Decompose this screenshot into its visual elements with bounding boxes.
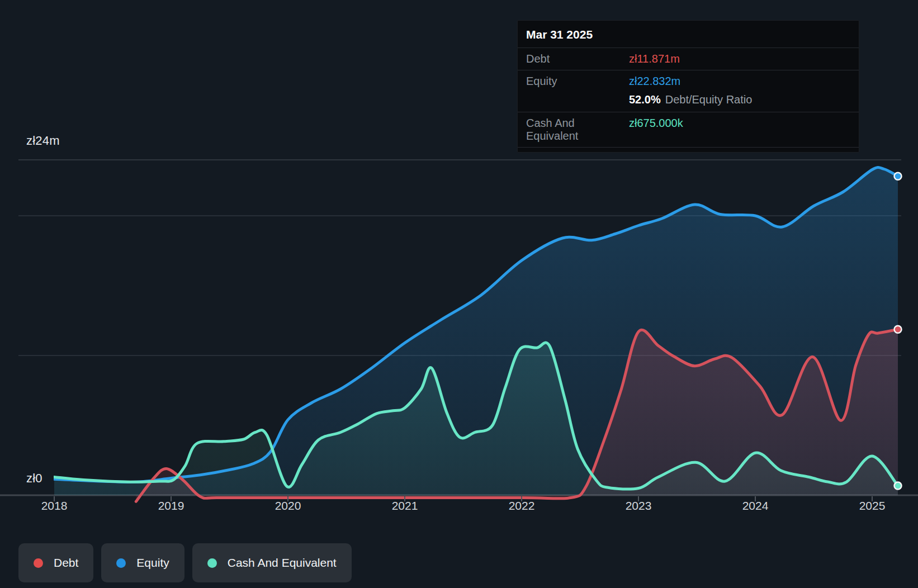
x-axis-label-2020: 2020 [275, 499, 301, 512]
tooltip-cash-value: zł675.000k [629, 117, 683, 130]
x-axis-label-2019: 2019 [158, 499, 184, 512]
tooltip-row-equity: Equity zł22.832m [518, 70, 859, 92]
cash-and-equivalent-end-marker[interactable] [895, 482, 902, 490]
tooltip-ratio-value: 52.0% [629, 93, 661, 106]
page: { "axis": { "y_top_label": "zł24m", "y_z… [0, 0, 918, 588]
equity-end-marker[interactable] [895, 173, 902, 180]
tooltip-debt-value: zł11.871m [629, 53, 680, 65]
plot-area [54, 168, 898, 502]
chart-legend: Debt Equity Cash And Equivalent [18, 543, 352, 582]
legend-debt-label: Debt [54, 556, 78, 570]
x-axis-label-2023: 2023 [626, 499, 652, 512]
tooltip-equity-value: zł22.832m [629, 75, 680, 88]
tooltip-row-debt: Debt zł11.871m [518, 48, 859, 70]
tooltip-equity-label: Equity [526, 75, 629, 88]
cash-dot-icon [207, 558, 217, 568]
legend-item-equity[interactable]: Equity [101, 543, 184, 582]
legend-cash-label: Cash And Equivalent [228, 556, 337, 570]
tooltip-cash-label: Cash And Equivalent [526, 117, 629, 143]
x-axis-label-2021: 2021 [392, 499, 418, 512]
chart-tooltip: Mar 31 2025 Debt zł11.871m Equity zł22.8… [517, 20, 859, 153]
debt-dot-icon [34, 558, 43, 568]
x-axis-label-2024: 2024 [742, 499, 769, 512]
debt-end-marker[interactable] [895, 326, 902, 333]
tooltip-debt-label: Debt [526, 53, 629, 65]
x-axis-label-2025: 2025 [859, 499, 886, 512]
x-axis-label-2022: 2022 [509, 499, 535, 512]
tooltip-ratio-label: Debt/Equity Ratio [665, 93, 753, 106]
tooltip-row-cash: Cash And Equivalent zł675.000k [518, 112, 859, 148]
tooltip-date: Mar 31 2025 [518, 21, 859, 48]
y-axis-label-max: zł24m [26, 134, 60, 148]
x-axis-label-2018: 2018 [41, 499, 68, 512]
y-axis-label-zero: zł0 [26, 471, 42, 486]
tooltip-row-ratio: 52.0% Debt/Equity Ratio [518, 92, 859, 112]
legend-item-debt[interactable]: Debt [18, 543, 93, 582]
legend-item-cash[interactable]: Cash And Equivalent [192, 543, 352, 582]
equity-dot-icon [116, 558, 126, 568]
legend-equity-label: Equity [136, 556, 169, 570]
